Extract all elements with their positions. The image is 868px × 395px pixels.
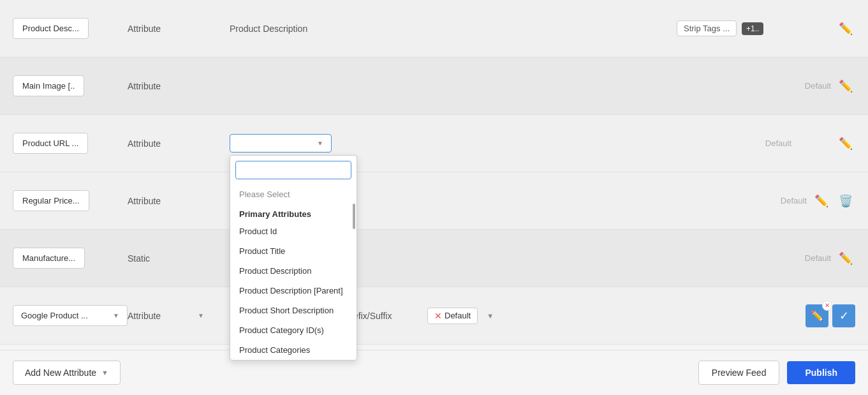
dropdown-list: Please Select Primary Attributes Product… xyxy=(230,184,357,360)
chevron-down-icon: ▼ xyxy=(198,312,204,319)
field-name-col: Main Image [.. xyxy=(13,75,128,96)
footer-bar: Add New Attribute ▼ Preview Feed Publish xyxy=(0,350,868,395)
attribute-type-col: Attribute ▼ xyxy=(128,306,230,326)
google-product-field-label: Google Product ... xyxy=(21,311,88,320)
edit-icon: ✏️ xyxy=(839,22,853,36)
default-label: Default xyxy=(765,138,791,148)
rows-area: Product Desc... Attribute Product Descri… xyxy=(0,0,868,345)
edit-icon: ✏️ xyxy=(839,251,853,265)
attribute-type-dropdown[interactable]: Attribute ▼ xyxy=(128,306,204,326)
edit-button[interactable]: ✏️ xyxy=(836,77,855,96)
preview-feed-button[interactable]: Preview Feed xyxy=(698,361,780,385)
edit-button[interactable]: ✏️ xyxy=(812,191,831,211)
edit-button[interactable]: ✏️ xyxy=(836,134,855,153)
chevron-down-icon: ▼ xyxy=(317,140,323,147)
attribute-type-label: Attribute xyxy=(128,311,161,321)
plus-badge: +1.. xyxy=(742,22,763,35)
strip-tags-badge: Strip Tags ... xyxy=(677,20,737,36)
default-tag-col: ✕ Default ▼ xyxy=(427,308,805,324)
actions-col: ✏️ xyxy=(804,19,855,38)
field-name-col: Product URL ... xyxy=(13,133,128,154)
save-check-button[interactable]: ✓ xyxy=(832,304,855,327)
pencil-icon: ✏️ xyxy=(811,309,823,322)
actions-col: Default ✏️ 🗑️ xyxy=(804,191,855,211)
dropdown-item-product-description[interactable]: Product Description xyxy=(230,261,357,281)
row-product-desc: Product Desc... Attribute Product Descri… xyxy=(0,0,868,57)
row-manufacture: Manufacture... Static Default ✏️ xyxy=(0,230,868,287)
default-tag: ✕ Default xyxy=(427,308,478,324)
field-name-badge: Manufacture... xyxy=(13,248,85,269)
default-label: Default xyxy=(805,253,831,263)
dropdown-panel: Please Select Primary Attributes Product… xyxy=(230,155,357,361)
row-main-image: Main Image [.. Attribute Default ✏️ xyxy=(0,57,868,115)
field-name-badge: Regular Price... xyxy=(13,190,89,211)
dropdown-item-product-short-description[interactable]: Product Short Description xyxy=(230,301,357,320)
main-container: Product Desc... Attribute Product Descri… xyxy=(0,0,868,395)
attribute-type-col: Attribute xyxy=(128,81,230,91)
dropdown-item-product-categories[interactable]: Product Categories xyxy=(230,340,357,360)
search-wrapper xyxy=(230,156,357,184)
field-name-col: Product Desc... xyxy=(13,18,128,39)
delete-button[interactable]: 🗑️ xyxy=(836,191,855,211)
expand-icon[interactable]: ▼ xyxy=(487,312,494,320)
field-name-col: Manufacture... xyxy=(13,248,128,269)
publish-button[interactable]: Publish xyxy=(787,361,855,384)
add-new-label: Add New Attribute xyxy=(25,368,96,378)
edit-icon: ✏️ xyxy=(814,194,828,208)
checkmark-icon: ✓ xyxy=(839,309,849,323)
dropdown-item-product-title[interactable]: Product Title xyxy=(230,241,357,261)
row-regular-price: Regular Price... Attribute Default ✏️ 🗑️ xyxy=(0,172,868,230)
edit-icon: ✏️ xyxy=(839,79,853,93)
field-name-badge: Product URL ... xyxy=(13,133,88,154)
dropdown-group-label: Primary Attributes xyxy=(230,204,357,221)
field-name-col: Regular Price... xyxy=(13,190,128,211)
chevron-down-icon: ▼ xyxy=(101,369,108,376)
default-label: Default xyxy=(805,81,831,91)
dropdown-item-product-description-parent[interactable]: Product Description [Parent] xyxy=(230,281,357,301)
attribute-type-col: Attribute xyxy=(128,196,230,206)
attribute-type-col: Static xyxy=(128,253,230,264)
attribute-type-col: Attribute xyxy=(128,24,230,34)
edit-button[interactable]: ✏️ xyxy=(836,19,855,38)
field-name-badge: Main Image [.. xyxy=(13,75,84,96)
cancel-x-icon[interactable]: ✕ xyxy=(822,301,832,311)
edit-btn-wrapper: ✏️ ✕ xyxy=(805,304,828,327)
dropdown-item-product-id[interactable]: Product Id xyxy=(230,221,357,241)
field-name-badge: Product Desc... xyxy=(13,18,89,39)
value-dropdown[interactable]: ▼ xyxy=(230,134,332,153)
search-input[interactable] xyxy=(235,161,351,179)
transform-col: Strip Tags ... +1.. xyxy=(677,20,804,36)
actions-col: ✏️ xyxy=(804,134,855,153)
actions-col: Default ✏️ xyxy=(804,77,855,96)
chevron-down-icon: ▼ xyxy=(113,312,119,319)
edit-icon: ✏️ xyxy=(839,137,853,151)
google-product-field-dropdown[interactable]: Google Product ... ▼ xyxy=(13,305,128,326)
x-icon[interactable]: ✕ xyxy=(434,311,442,321)
active-action-btns: ✏️ ✕ ✓ xyxy=(805,304,855,327)
dropdown-item-please-select[interactable]: Please Select xyxy=(230,184,357,204)
dropdown-item-product-category-ids[interactable]: Product Category ID(s) xyxy=(230,320,357,340)
value-col: Product Description xyxy=(230,24,677,34)
edit-button[interactable]: ✏️ xyxy=(836,249,855,268)
attribute-type-col: Attribute xyxy=(128,138,230,149)
default-tag-label: Default xyxy=(445,311,471,320)
trash-icon: 🗑️ xyxy=(839,194,853,208)
edit-active-button[interactable]: ✏️ ✕ xyxy=(805,304,828,327)
default-label: Default xyxy=(781,196,807,205)
footer-right: Preview Feed Publish xyxy=(698,361,855,385)
value-dropdown-col: ▼ Please Select Primary Attributes Produ… xyxy=(230,134,332,153)
google-product-dropdown-wrapper: Google Product ... ▼ xyxy=(13,305,128,326)
row-product-url: Product URL ... Attribute ▼ Please Selec… xyxy=(0,115,868,172)
row-google-product: Google Product ... ▼ Attribute ▼ Please … xyxy=(0,287,868,345)
scrollbar xyxy=(353,204,355,229)
add-new-attribute-button[interactable]: Add New Attribute ▼ xyxy=(13,361,121,385)
actions-col: Default ✏️ xyxy=(804,249,855,268)
